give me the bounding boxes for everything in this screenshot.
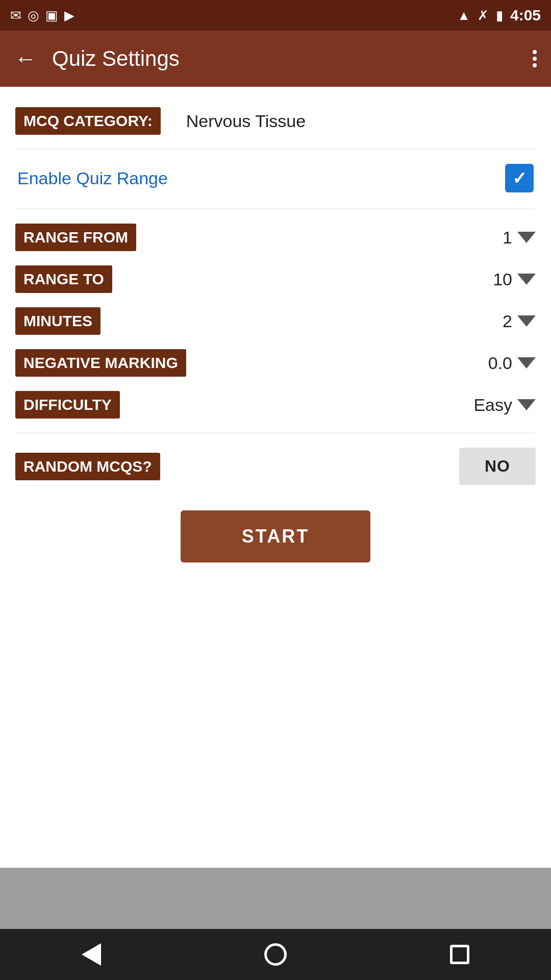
range-from-arrow-icon: [517, 232, 536, 243]
nav-home-icon: [264, 943, 287, 966]
mcq-category-label: MCQ CATEGORY:: [15, 107, 161, 135]
app-bar: ← Quiz Settings: [0, 31, 551, 87]
enable-quiz-range-row: Enable Quiz Range: [15, 164, 536, 192]
minutes-value: 2: [503, 311, 512, 331]
mcq-category-row: MCQ CATEGORY: Nervous Tissue: [15, 107, 536, 135]
negative-marking-row: NEGATIVE MARKING 0.0: [15, 349, 536, 377]
range-to-value: 10: [493, 270, 512, 289]
divider-3: [15, 433, 536, 433]
negative-marking-label: NEGATIVE MARKING: [15, 349, 186, 377]
wifi-icon: ▲: [457, 8, 470, 23]
range-from-row: RANGE FROM 1: [15, 224, 536, 251]
mcq-category-value: Nervous Tissue: [186, 111, 306, 131]
divider-1: [15, 149, 536, 150]
range-to-label: RANGE TO: [15, 265, 112, 293]
difficulty-dropdown[interactable]: Easy: [372, 395, 536, 415]
more-options-button[interactable]: [533, 50, 537, 67]
difficulty-arrow-icon: [517, 399, 536, 410]
random-mcqs-toggle[interactable]: NO: [459, 448, 536, 485]
sync-icon: ◎: [28, 8, 39, 23]
start-btn-container: START: [15, 510, 536, 562]
back-button[interactable]: ←: [14, 47, 37, 70]
nav-home-button[interactable]: [264, 943, 287, 966]
range-from-dropdown[interactable]: 1: [372, 228, 536, 248]
negative-marking-value: 0.0: [488, 353, 512, 373]
main-content: MCQ CATEGORY: Nervous Tissue Enable Quiz…: [0, 87, 551, 868]
range-from-value: 1: [503, 228, 512, 248]
start-button[interactable]: START: [181, 510, 370, 562]
nav-bar: [0, 929, 551, 980]
range-to-dropdown[interactable]: 10: [372, 270, 536, 289]
play-store-icon: ▶: [64, 8, 74, 23]
negative-marking-arrow-icon: [517, 357, 536, 369]
minutes-arrow-icon: [517, 315, 536, 327]
battery-icon: ▮: [496, 8, 503, 23]
random-mcqs-label: RANDOM MCQS?: [15, 453, 160, 480]
minutes-dropdown[interactable]: 2: [372, 311, 536, 331]
range-to-row: RANGE TO 10: [15, 265, 536, 293]
range-from-label: RANGE FROM: [15, 224, 136, 251]
nav-back-icon: [82, 943, 101, 966]
minutes-label: MINUTES: [15, 307, 101, 335]
nav-back-button[interactable]: [82, 943, 101, 966]
storage-icon: ▣: [45, 8, 58, 23]
signal-icon: ✗: [478, 8, 489, 23]
difficulty-row: DIFFICULTY Easy: [15, 391, 536, 419]
nav-bar-gray: [0, 868, 551, 929]
enable-quiz-range-label: Enable Quiz Range: [17, 168, 168, 188]
divider-2: [15, 209, 536, 209]
status-bar-right: ▲ ✗ ▮ 4:05: [457, 7, 541, 24]
minutes-row: MINUTES 2: [15, 307, 536, 335]
status-time: 4:05: [510, 7, 541, 24]
app-bar-title: Quiz Settings: [52, 46, 517, 71]
random-mcqs-row: RANDOM MCQS? NO: [15, 448, 536, 485]
range-to-arrow-icon: [517, 274, 536, 285]
status-bar: ✉ ◎ ▣ ▶ ▲ ✗ ▮ 4:05: [0, 0, 551, 31]
enable-quiz-range-checkbox[interactable]: [505, 164, 534, 192]
negative-marking-dropdown[interactable]: 0.0: [372, 353, 536, 373]
nav-recents-button[interactable]: [450, 945, 469, 964]
email-icon: ✉: [10, 8, 21, 23]
difficulty-value: Easy: [473, 395, 512, 415]
nav-recents-icon: [450, 945, 469, 964]
status-bar-left: ✉ ◎ ▣ ▶: [10, 8, 74, 23]
difficulty-label: DIFFICULTY: [15, 391, 120, 419]
